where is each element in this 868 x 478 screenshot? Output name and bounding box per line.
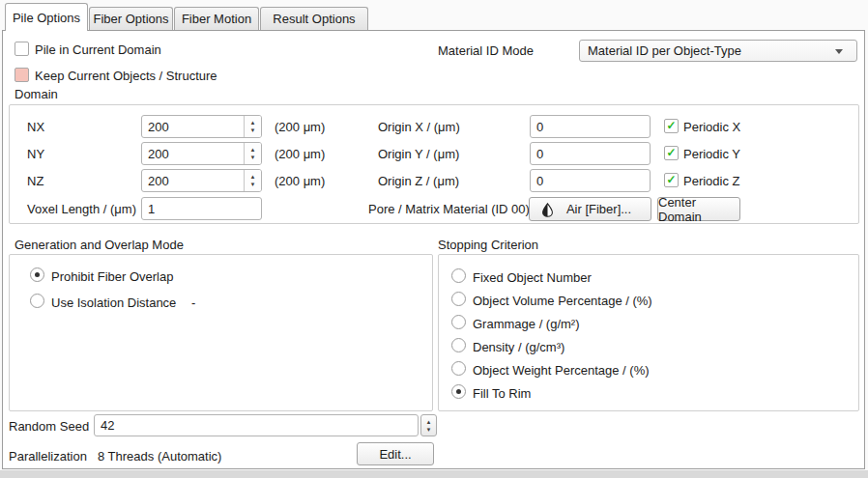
periodic-z-label: Periodic Z [683, 174, 740, 188]
tab-fiber-motion[interactable]: Fiber Motion [174, 7, 259, 30]
pore-material-button[interactable]: Air [Fiber]... [529, 197, 651, 221]
nx-label: NX [27, 120, 44, 134]
radio-prohibit-fiber-overlap[interactable] [30, 267, 44, 282]
radio-object-volume-percentage[interactable] [451, 292, 466, 306]
radio-object-volume-percentage-label: Object Volume Percentage / (%) [473, 294, 652, 308]
tab-fiber-options[interactable]: Fiber Options [89, 7, 173, 30]
radio-dot [35, 272, 40, 277]
spin-up-icon[interactable]: ▲ [250, 174, 256, 180]
random-seed-spinner-buttons[interactable]: ▲ ▼ [420, 414, 437, 436]
nz-input[interactable] [142, 170, 244, 191]
random-seed-input[interactable] [94, 414, 419, 436]
radio-density[interactable] [451, 338, 466, 352]
center-domain-button-label: Center Domain [658, 195, 739, 224]
voxel-length-label: Voxel Length / (μm) [27, 202, 136, 216]
dropdown-arrow-icon [835, 49, 843, 54]
radio-dot [456, 389, 461, 394]
origin-x-label: Origin X / (μm) [378, 120, 460, 134]
radio-fixed-object-number-label: Fixed Object Number [473, 270, 592, 285]
origin-x-input[interactable] [530, 115, 651, 138]
origin-y-input[interactable] [530, 142, 651, 165]
parallelization-edit-button[interactable]: Edit... [357, 442, 434, 465]
pile-options-dialog: Pile Options Fiber Options Fiber Motion … [0, 0, 868, 478]
spin-down-icon[interactable]: ▼ [250, 155, 256, 160]
voxel-length-input[interactable] [141, 197, 262, 220]
spin-down-icon[interactable]: ▼ [250, 127, 256, 133]
pore-matrix-material-label: Pore / Matrix Material (ID 00) [368, 202, 530, 216]
domain-group-title: Domain [14, 87, 58, 101]
tab-label: Pile Options [13, 11, 80, 25]
radio-use-isolation-distance[interactable] [30, 294, 44, 308]
nz-spinner-buttons[interactable]: ▲ ▼ [244, 170, 261, 191]
nx-size-hint: (200 μm) [275, 120, 325, 134]
pile-in-current-domain-label: Pile in Current Domain [35, 42, 161, 57]
edit-button-label: Edit... [379, 447, 411, 462]
pile-in-current-domain-checkbox[interactable] [14, 42, 29, 56]
material-id-mode-value: Material ID per Object-Type [588, 43, 741, 58]
periodic-y-checkbox[interactable]: ✓ [664, 146, 679, 160]
periodic-x-label: Periodic X [683, 120, 740, 134]
nz-label: NZ [27, 174, 43, 188]
isolation-distance-value: - [191, 295, 195, 310]
droplet-icon [541, 203, 554, 217]
radio-density-label: Density / (g/cm³) [473, 340, 564, 354]
origin-z-label: Origin Z / (μm) [378, 174, 459, 188]
radio-object-weight-percentage-label: Object Weight Percentage / (%) [473, 363, 650, 378]
spin-up-icon[interactable]: ▲ [250, 147, 256, 153]
radio-fixed-object-number[interactable] [451, 268, 466, 283]
center-domain-button[interactable]: Center Domain [657, 197, 740, 221]
nz-size-hint: (200 μm) [275, 174, 325, 188]
radio-use-isolation-distance-label: Use Isolation Distance [51, 295, 176, 310]
nx-spinbox[interactable]: ▲ ▼ [141, 115, 262, 138]
origin-z-input[interactable] [530, 169, 651, 192]
radio-fill-to-rim-label: Fill To Rim [473, 386, 531, 401]
material-id-mode-dropdown[interactable]: Material ID per Object-Type [579, 40, 857, 62]
dialog-bottom-margin [0, 470, 868, 478]
tab-pile-options[interactable]: Pile Options [5, 3, 88, 31]
pile-options-panel: Pile in Current Domain Material ID Mode … [2, 30, 865, 469]
radio-fill-to-rim[interactable] [451, 384, 466, 399]
spin-down-icon[interactable]: ▼ [250, 182, 256, 187]
material-id-mode-label: Material ID Mode [438, 43, 534, 58]
periodic-y-label: Periodic Y [683, 147, 740, 161]
origin-y-label: Origin Y / (μm) [378, 147, 459, 161]
radio-grammage-label: Grammage / (g/m²) [473, 317, 580, 331]
checkmark-icon: ✓ [666, 174, 676, 185]
checkmark-icon: ✓ [666, 120, 676, 131]
periodic-x-checkbox[interactable]: ✓ [664, 119, 679, 133]
ny-spinner-buttons[interactable]: ▲ ▼ [244, 143, 261, 164]
tab-result-options[interactable]: Result Options [260, 7, 368, 30]
ny-input[interactable] [142, 143, 244, 164]
stopping-group-title: Stopping Criterion [438, 238, 538, 252]
generation-group-title: Generation and Overlap Mode [14, 238, 184, 252]
spin-up-icon[interactable]: ▲ [426, 419, 432, 425]
tab-label: Result Options [273, 12, 355, 26]
parallelization-label: Parallelization [9, 449, 87, 464]
radio-grammage[interactable] [451, 315, 466, 329]
keep-current-objects-label: Keep Current Objects / Structure [35, 69, 217, 83]
pore-material-button-label: Air [Fiber]... [566, 202, 631, 216]
radio-object-weight-percentage[interactable] [451, 361, 466, 376]
nz-spinbox[interactable]: ▲ ▼ [141, 169, 262, 192]
tab-label: Fiber Options [93, 12, 168, 26]
parallelization-value: 8 Threads (Automatic) [98, 449, 221, 464]
keep-current-objects-checkbox[interactable] [14, 68, 29, 82]
nx-input[interactable] [142, 116, 244, 137]
tab-label: Fiber Motion [182, 12, 251, 26]
spin-up-icon[interactable]: ▲ [250, 120, 256, 126]
spin-down-icon[interactable]: ▼ [426, 427, 432, 433]
ny-label: NY [27, 147, 44, 161]
radio-prohibit-fiber-overlap-label: Prohibit Fiber Overlap [51, 269, 173, 284]
periodic-z-checkbox[interactable]: ✓ [664, 173, 679, 187]
checkmark-icon: ✓ [666, 147, 676, 158]
random-seed-label: Random Seed [9, 419, 89, 434]
ny-size-hint: (200 μm) [275, 147, 325, 161]
nx-spinner-buttons[interactable]: ▲ ▼ [244, 116, 261, 137]
ny-spinbox[interactable]: ▲ ▼ [141, 142, 262, 165]
